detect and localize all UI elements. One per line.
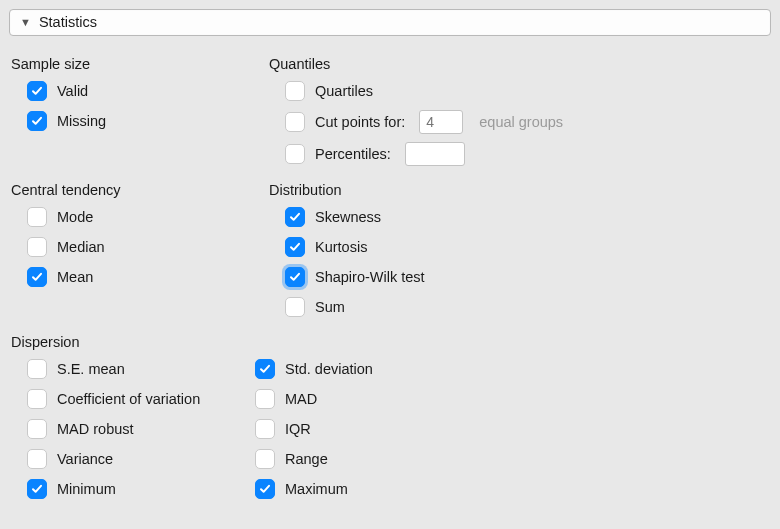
distribution-title: Distribution [269,182,769,198]
mean-label: Mean [57,269,93,285]
iqr-checkbox[interactable] [255,419,275,439]
quantiles-title: Quantiles [269,56,769,72]
missing-checkbox[interactable] [27,111,47,131]
panel-title: Statistics [39,14,97,30]
mad-label: MAD [285,391,317,407]
mad-robust-checkbox[interactable] [27,419,47,439]
cut-points-input[interactable] [419,110,463,134]
mean-checkbox[interactable] [27,267,47,287]
skewness-label: Skewness [315,209,381,225]
sum-label: Sum [315,299,345,315]
percentiles-input[interactable] [405,142,465,166]
valid-checkbox[interactable] [27,81,47,101]
sample-size-title: Sample size [11,56,241,72]
cut-points-checkbox[interactable] [285,112,305,132]
minimum-label: Minimum [57,481,116,497]
cut-points-suffix: equal groups [479,114,563,130]
maximum-checkbox[interactable] [255,479,275,499]
se-mean-label: S.E. mean [57,361,125,377]
minimum-checkbox[interactable] [27,479,47,499]
variance-label: Variance [57,451,113,467]
median-checkbox[interactable] [27,237,47,257]
std-deviation-checkbox[interactable] [255,359,275,379]
statistics-panel-header[interactable]: ▼ Statistics [9,9,771,36]
cv-checkbox[interactable] [27,389,47,409]
skewness-checkbox[interactable] [285,207,305,227]
sum-checkbox[interactable] [285,297,305,317]
se-mean-checkbox[interactable] [27,359,47,379]
cv-label: Coefficient of variation [57,391,200,407]
disclosure-triangle-icon: ▼ [20,17,31,28]
kurtosis-label: Kurtosis [315,239,367,255]
kurtosis-checkbox[interactable] [285,237,305,257]
quartiles-checkbox[interactable] [285,81,305,101]
shapiro-wilk-label: Shapiro-Wilk test [315,269,425,285]
shapiro-wilk-checkbox[interactable] [285,267,305,287]
missing-label: Missing [57,113,106,129]
range-label: Range [285,451,328,467]
statistics-panel-body: Sample size Valid Missing Quantiles Quar… [9,36,771,504]
percentiles-label: Percentiles: [315,146,391,162]
iqr-label: IQR [285,421,311,437]
dispersion-title: Dispersion [11,334,769,350]
std-deviation-label: Std. deviation [285,361,373,377]
mad-robust-label: MAD robust [57,421,134,437]
quartiles-label: Quartiles [315,83,373,99]
median-label: Median [57,239,105,255]
percentiles-checkbox[interactable] [285,144,305,164]
valid-label: Valid [57,83,88,99]
mad-checkbox[interactable] [255,389,275,409]
variance-checkbox[interactable] [27,449,47,469]
mode-checkbox[interactable] [27,207,47,227]
range-checkbox[interactable] [255,449,275,469]
cut-points-label: Cut points for: [315,114,405,130]
mode-label: Mode [57,209,93,225]
central-tendency-title: Central tendency [11,182,241,198]
maximum-label: Maximum [285,481,348,497]
